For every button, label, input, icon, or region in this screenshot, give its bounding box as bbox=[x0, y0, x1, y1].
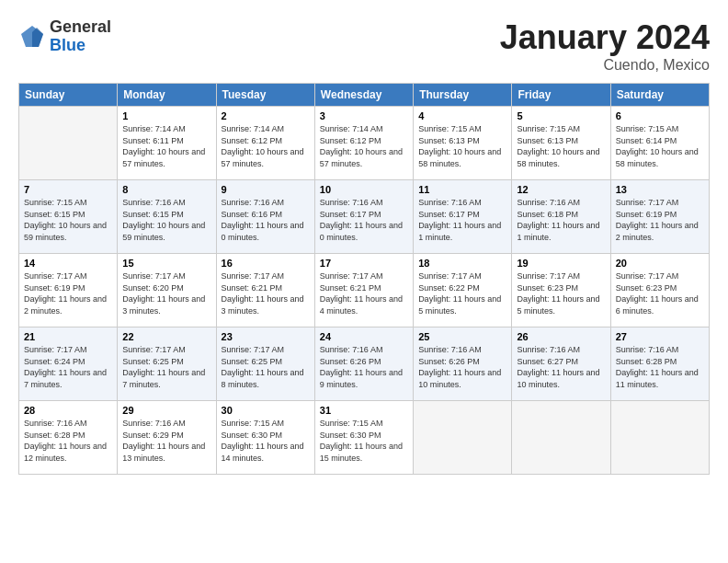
calendar-cell bbox=[512, 401, 610, 475]
calendar-cell bbox=[19, 107, 118, 180]
sunset-text: Sunset: 6:25 PM bbox=[222, 357, 283, 366]
day-info: Sunrise: 7:16 AM Sunset: 6:28 PM Dayligh… bbox=[616, 344, 704, 390]
daylight-text: Daylight: 11 hours and 0 minutes. bbox=[222, 221, 304, 242]
calendar-cell: 19 Sunrise: 7:17 AM Sunset: 6:23 PM Dayl… bbox=[512, 254, 610, 327]
sunset-text: Sunset: 6:12 PM bbox=[222, 136, 283, 145]
calendar-cell: 9 Sunrise: 7:16 AM Sunset: 6:16 PM Dayli… bbox=[216, 180, 314, 254]
day-info: Sunrise: 7:16 AM Sunset: 6:15 PM Dayligh… bbox=[122, 197, 210, 243]
sunrise-text: Sunrise: 7:17 AM bbox=[616, 198, 679, 207]
header-wednesday: Wednesday bbox=[314, 84, 413, 107]
sunset-text: Sunset: 6:24 PM bbox=[24, 357, 85, 366]
day-number: 22 bbox=[122, 331, 210, 342]
sunset-text: Sunset: 6:19 PM bbox=[616, 210, 677, 219]
day-number: 11 bbox=[418, 184, 506, 195]
header-friday: Friday bbox=[512, 84, 610, 107]
calendar-cell bbox=[414, 401, 512, 475]
calendar-cell: 30 Sunrise: 7:15 AM Sunset: 6:30 PM Dayl… bbox=[216, 401, 314, 475]
day-number: 10 bbox=[320, 184, 408, 195]
sunset-text: Sunset: 6:17 PM bbox=[418, 210, 480, 219]
calendar-cell: 14 Sunrise: 7:17 AM Sunset: 6:19 PM Dayl… bbox=[19, 254, 118, 327]
day-info: Sunrise: 7:17 AM Sunset: 6:23 PM Dayligh… bbox=[616, 270, 704, 316]
daylight-text: Daylight: 11 hours and 3 minutes. bbox=[222, 294, 304, 316]
sunset-text: Sunset: 6:14 PM bbox=[616, 136, 677, 145]
sunset-text: Sunset: 6:13 PM bbox=[418, 136, 480, 145]
title-block: January 2024 Cuendo, Mexico bbox=[500, 18, 710, 74]
calendar-week-4: 21 Sunrise: 7:17 AM Sunset: 6:24 PM Dayl… bbox=[19, 327, 710, 401]
calendar-cell: 12 Sunrise: 7:16 AM Sunset: 6:18 PM Dayl… bbox=[512, 180, 610, 254]
day-info: Sunrise: 7:16 AM Sunset: 6:27 PM Dayligh… bbox=[517, 344, 605, 390]
sunrise-text: Sunrise: 7:17 AM bbox=[320, 271, 383, 281]
day-number: 6 bbox=[616, 110, 704, 121]
logo-general: General bbox=[50, 18, 111, 37]
day-info: Sunrise: 7:17 AM Sunset: 6:19 PM Dayligh… bbox=[24, 270, 112, 316]
header-saturday: Saturday bbox=[610, 84, 709, 107]
sunrise-text: Sunrise: 7:17 AM bbox=[24, 271, 87, 281]
daylight-text: Daylight: 11 hours and 2 minutes. bbox=[616, 221, 699, 242]
daylight-text: Daylight: 10 hours and 57 minutes. bbox=[222, 147, 304, 168]
daylight-text: Daylight: 11 hours and 4 minutes. bbox=[320, 294, 403, 316]
day-number: 14 bbox=[24, 258, 112, 269]
calendar-cell: 29 Sunrise: 7:16 AM Sunset: 6:29 PM Dayl… bbox=[118, 401, 216, 475]
sunrise-text: Sunrise: 7:14 AM bbox=[122, 124, 186, 133]
sunset-text: Sunset: 6:29 PM bbox=[122, 431, 184, 440]
daylight-text: Daylight: 11 hours and 6 minutes. bbox=[616, 294, 699, 316]
calendar-cell: 10 Sunrise: 7:16 AM Sunset: 6:17 PM Dayl… bbox=[314, 180, 413, 254]
calendar-cell: 7 Sunrise: 7:15 AM Sunset: 6:15 PM Dayli… bbox=[19, 180, 118, 254]
day-number: 9 bbox=[222, 184, 310, 195]
calendar-cell: 1 Sunrise: 7:14 AM Sunset: 6:11 PM Dayli… bbox=[118, 107, 216, 180]
day-info: Sunrise: 7:15 AM Sunset: 6:14 PM Dayligh… bbox=[616, 123, 704, 169]
sunrise-text: Sunrise: 7:14 AM bbox=[222, 124, 285, 133]
sunrise-text: Sunrise: 7:15 AM bbox=[616, 124, 679, 133]
calendar-cell bbox=[610, 401, 709, 475]
header-thursday: Thursday bbox=[414, 84, 512, 107]
daylight-text: Daylight: 11 hours and 7 minutes. bbox=[24, 368, 107, 389]
sunset-text: Sunset: 6:17 PM bbox=[320, 210, 381, 219]
day-info: Sunrise: 7:17 AM Sunset: 6:21 PM Dayligh… bbox=[222, 270, 310, 316]
day-info: Sunrise: 7:15 AM Sunset: 6:15 PM Dayligh… bbox=[24, 197, 112, 243]
day-info: Sunrise: 7:16 AM Sunset: 6:26 PM Dayligh… bbox=[320, 344, 408, 390]
day-number: 4 bbox=[418, 110, 506, 121]
daylight-text: Daylight: 10 hours and 59 minutes. bbox=[122, 221, 205, 242]
sunset-text: Sunset: 6:21 PM bbox=[222, 283, 283, 293]
day-info: Sunrise: 7:15 AM Sunset: 6:13 PM Dayligh… bbox=[418, 123, 506, 169]
sunrise-text: Sunrise: 7:15 AM bbox=[24, 198, 87, 207]
day-info: Sunrise: 7:16 AM Sunset: 6:28 PM Dayligh… bbox=[24, 418, 112, 464]
calendar-cell: 23 Sunrise: 7:17 AM Sunset: 6:25 PM Dayl… bbox=[216, 327, 314, 401]
day-number: 29 bbox=[122, 405, 210, 416]
header-tuesday: Tuesday bbox=[216, 84, 314, 107]
day-info: Sunrise: 7:17 AM Sunset: 6:23 PM Dayligh… bbox=[517, 270, 605, 316]
header: General Blue January 2024 Cuendo, Mexico bbox=[18, 18, 710, 74]
day-info: Sunrise: 7:16 AM Sunset: 6:17 PM Dayligh… bbox=[320, 197, 408, 243]
daylight-text: Daylight: 11 hours and 1 minute. bbox=[418, 221, 501, 242]
sunset-text: Sunset: 6:25 PM bbox=[122, 357, 184, 366]
sunrise-text: Sunrise: 7:16 AM bbox=[320, 198, 383, 207]
sunrise-text: Sunrise: 7:17 AM bbox=[24, 345, 87, 354]
logo-blue: Blue bbox=[50, 37, 111, 55]
sunrise-text: Sunrise: 7:15 AM bbox=[222, 419, 285, 428]
daylight-text: Daylight: 11 hours and 1 minute. bbox=[517, 221, 599, 242]
daylight-text: Daylight: 10 hours and 58 minutes. bbox=[517, 147, 599, 168]
daylight-text: Daylight: 11 hours and 5 minutes. bbox=[517, 294, 599, 316]
day-number: 15 bbox=[122, 258, 210, 269]
calendar-cell: 2 Sunrise: 7:14 AM Sunset: 6:12 PM Dayli… bbox=[216, 107, 314, 180]
calendar-cell: 3 Sunrise: 7:14 AM Sunset: 6:12 PM Dayli… bbox=[314, 107, 413, 180]
daylight-text: Daylight: 11 hours and 3 minutes. bbox=[122, 294, 205, 316]
daylight-text: Daylight: 11 hours and 8 minutes. bbox=[222, 368, 304, 389]
day-number: 25 bbox=[418, 331, 506, 342]
sunset-text: Sunset: 6:28 PM bbox=[24, 431, 85, 440]
month-year: January 2024 bbox=[500, 18, 710, 57]
sunset-text: Sunset: 6:26 PM bbox=[320, 357, 381, 366]
calendar-cell: 15 Sunrise: 7:17 AM Sunset: 6:20 PM Dayl… bbox=[118, 254, 216, 327]
day-number: 13 bbox=[616, 184, 704, 195]
day-number: 16 bbox=[222, 258, 310, 269]
daylight-text: Daylight: 10 hours and 57 minutes. bbox=[320, 147, 403, 168]
calendar-cell: 27 Sunrise: 7:16 AM Sunset: 6:28 PM Dayl… bbox=[610, 327, 709, 401]
sunset-text: Sunset: 6:23 PM bbox=[616, 283, 677, 293]
day-info: Sunrise: 7:16 AM Sunset: 6:29 PM Dayligh… bbox=[122, 418, 210, 464]
daylight-text: Daylight: 11 hours and 10 minutes. bbox=[418, 368, 501, 389]
calendar-cell: 22 Sunrise: 7:17 AM Sunset: 6:25 PM Dayl… bbox=[118, 327, 216, 401]
daylight-text: Daylight: 11 hours and 14 minutes. bbox=[222, 442, 304, 463]
day-number: 7 bbox=[24, 184, 112, 195]
sunrise-text: Sunrise: 7:17 AM bbox=[418, 271, 482, 281]
day-number: 8 bbox=[122, 184, 210, 195]
